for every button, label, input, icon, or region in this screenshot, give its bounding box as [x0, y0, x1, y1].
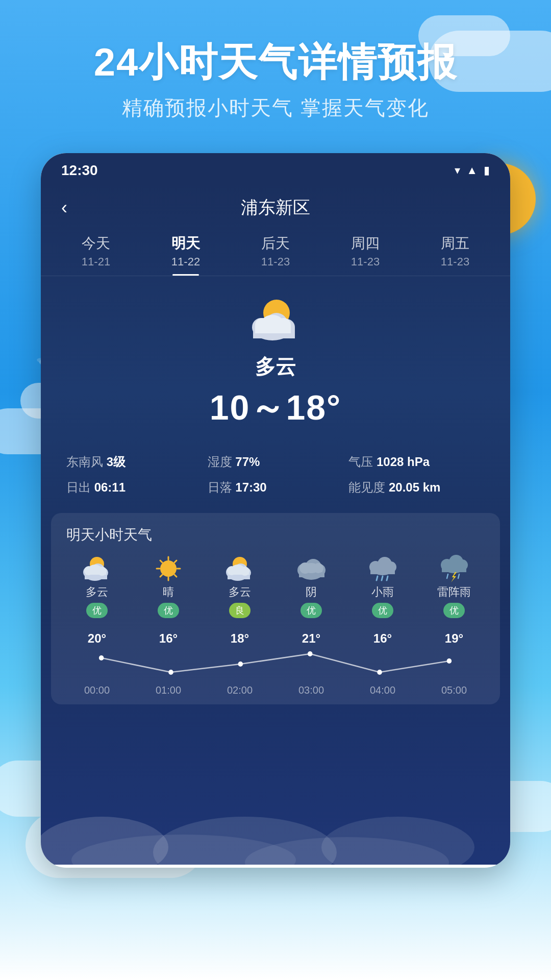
- status-icons: ▾ ▲ ▮: [455, 164, 490, 177]
- hourly-condition-5: 雷阵雨: [418, 584, 490, 600]
- svg-line-60: [387, 576, 388, 580]
- svg-point-68: [99, 655, 104, 660]
- hourly-condition-1: 晴: [133, 584, 204, 600]
- temp-0: 20°: [61, 631, 133, 646]
- hourly-item-0: 多云 优: [61, 555, 133, 621]
- quality-badge-5: 优: [443, 603, 465, 618]
- phone-mockup: 12:30 ▾ ▲ ▮ ‹ 浦东新区 今天 11-21 明天 11-22 后天 …: [41, 153, 510, 868]
- detail-pressure: 气压 1028 hPa: [348, 454, 485, 470]
- svg-line-59: [382, 576, 383, 580]
- temp-4: 16°: [347, 631, 418, 646]
- hour-label-2: 02:00: [204, 684, 276, 696]
- svg-line-32: [174, 560, 177, 562]
- hour-label-3: 03:00: [276, 684, 347, 696]
- quality-badge-3: 优: [300, 603, 322, 618]
- signal-icon: ▲: [466, 164, 478, 177]
- hourly-item-4: 小雨 优: [347, 555, 418, 621]
- svg-rect-65: [442, 565, 466, 572]
- detail-sunset: 日落 17:30: [208, 479, 344, 496]
- weather-temp-range: 10～18°: [61, 385, 490, 431]
- hourly-condition-4: 小雨: [347, 584, 418, 600]
- tab-today-name: 今天: [82, 234, 110, 253]
- chart-svg: [66, 650, 485, 680]
- wifi-icon: ▾: [455, 164, 460, 177]
- quality-badge-0: 优: [86, 603, 108, 618]
- svg-point-70: [238, 662, 243, 667]
- temp-1: 16°: [133, 631, 204, 646]
- svg-line-31: [174, 575, 177, 577]
- quality-badge-2: 良: [229, 603, 251, 618]
- weather-icon-area: [245, 297, 306, 342]
- weather-main: 多云 10～18°: [41, 276, 510, 442]
- back-button[interactable]: ‹: [61, 197, 67, 218]
- svg-rect-57: [370, 567, 395, 574]
- tab-day3[interactable]: 后天 11-23: [253, 230, 298, 276]
- hourly-condition-2: 多云: [204, 584, 276, 600]
- hourly-section: 明天小时天气 多云: [51, 513, 500, 704]
- header-title: 24小时天气详情预报: [31, 41, 520, 84]
- svg-point-71: [308, 651, 313, 656]
- tab-fri-name: 周五: [441, 234, 469, 253]
- hourly-condition-0: 多云: [61, 584, 133, 600]
- hourly-icon-1: [152, 555, 185, 582]
- hourly-item-2: 多云 良: [204, 555, 276, 621]
- svg-point-73: [447, 658, 452, 664]
- svg-line-33: [160, 575, 162, 577]
- hourly-icon-2: [223, 555, 256, 582]
- chart-line-area: [66, 650, 485, 680]
- hour-label-0: 00:00: [61, 684, 133, 696]
- hour-label-1: 01:00: [133, 684, 204, 696]
- tab-today-date: 11-21: [82, 255, 110, 268]
- header-subtitle: 精确预报小时天气 掌握天气变化: [31, 94, 520, 122]
- temp-values: 20° 16° 18° 21° 16° 19°: [61, 631, 490, 646]
- svg-line-67: [458, 574, 459, 578]
- tab-fri-date: 11-23: [441, 255, 469, 268]
- detail-visibility: 能见度 20.05 km: [348, 479, 485, 496]
- tab-tomorrow-name: 明天: [171, 234, 200, 253]
- svg-line-30: [160, 560, 162, 562]
- hour-label-4: 04:00: [347, 684, 418, 696]
- weather-details: 东南风 3级 湿度 77% 气压 1028 hPa 日出 06:11 日落 17…: [41, 442, 510, 508]
- hourly-icon-0: [81, 555, 113, 582]
- tab-thu-name: 周四: [351, 234, 380, 253]
- nav-header: ‹ 浦东新区: [41, 184, 510, 225]
- weather-condition: 多云: [61, 353, 490, 381]
- hour-labels: 00:00 01:00 02:00 03:00 04:00 05:00: [61, 680, 490, 704]
- status-time: 12:30: [61, 162, 98, 179]
- svg-rect-24: [86, 570, 106, 575]
- temp-3: 21°: [276, 631, 347, 646]
- svg-line-66: [447, 574, 448, 578]
- hourly-item-3: 阴 优: [276, 555, 347, 621]
- hour-label-5: 05:00: [418, 684, 490, 696]
- tab-day3-date: 11-23: [261, 255, 290, 268]
- hourly-item-5: 雷阵雨 优: [418, 555, 490, 621]
- tab-fri[interactable]: 周五 11-23: [433, 230, 478, 276]
- svg-rect-52: [301, 567, 322, 572]
- detail-wind: 东南风 3级: [66, 454, 203, 470]
- temp-5: 19°: [418, 631, 490, 646]
- quality-badge-1: 优: [158, 603, 179, 618]
- battery-icon: ▮: [484, 164, 490, 177]
- tab-tomorrow[interactable]: 明天 11-22: [163, 230, 208, 276]
- partly-cloudy-icon: [245, 297, 306, 342]
- tab-thu-date: 11-23: [351, 255, 380, 268]
- app-content: ‹ 浦东新区 今天 11-21 明天 11-22 后天 11-23 周四 11-…: [41, 184, 510, 865]
- tab-tomorrow-date: 11-22: [171, 255, 200, 268]
- tab-day3-name: 后天: [261, 234, 290, 253]
- city-name: 浦东新区: [241, 196, 310, 219]
- hourly-grid: 多云 优 晴: [61, 555, 490, 621]
- hourly-icon-3: [295, 555, 328, 582]
- temp-2: 18°: [204, 631, 276, 646]
- temp-chart: 20° 16° 18° 21° 16° 19°: [61, 621, 490, 704]
- hourly-icon-4: [366, 555, 399, 582]
- header-section: 24小时天气详情预报 精确预报小时天气 掌握天气变化: [0, 41, 551, 122]
- detail-sunrise: 日出 06:11: [66, 479, 203, 496]
- svg-point-72: [377, 670, 382, 675]
- tab-thu[interactable]: 周四 11-23: [343, 230, 388, 276]
- hourly-icon-5: [438, 555, 470, 582]
- bottom-clouds: [41, 786, 510, 865]
- hourly-item-1: 晴 优: [133, 555, 204, 621]
- detail-humidity: 湿度 77%: [208, 454, 344, 470]
- svg-rect-43: [229, 570, 249, 575]
- tab-today[interactable]: 今天 11-21: [73, 230, 118, 276]
